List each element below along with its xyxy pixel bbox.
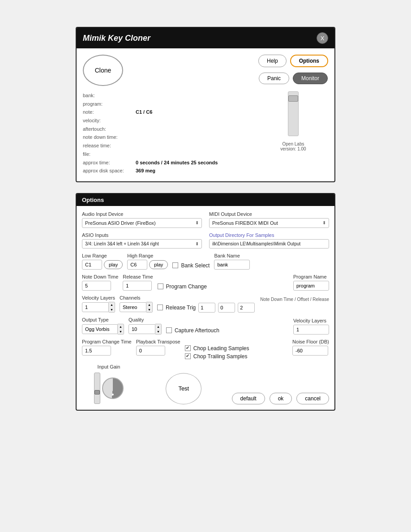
channels-up-arrow[interactable]: ▲ <box>146 302 152 307</box>
main-slider[interactable] <box>288 91 299 136</box>
ok-button[interactable]: ok <box>270 393 292 404</box>
bank-name-input[interactable] <box>214 260 250 270</box>
velocity-layers-right-input[interactable] <box>293 325 329 335</box>
release-time-label: release time: <box>83 142 132 150</box>
clone-button[interactable]: Clone <box>83 55 123 86</box>
release-trig-section: Note Down Time / Offset / Release Releas… <box>157 297 329 313</box>
aftertouch-label: aftertouch: <box>83 125 132 133</box>
input-gain-knob[interactable] <box>102 378 124 399</box>
high-range-label: High Range <box>127 253 168 258</box>
version-label: version: 1.00 <box>280 146 306 151</box>
note-row: note: C1 / C6 <box>83 108 251 116</box>
output-dir-label: Output Directory For Samples <box>209 232 329 238</box>
midi-output-arrow-icon: ⬍ <box>322 220 326 225</box>
asio-inputs-select[interactable]: 3/4: LineIn 3&4 left + LineIn 3&4 right … <box>82 239 202 249</box>
play1-button[interactable]: play <box>104 260 123 269</box>
velocity-layers-group: Velocity Layers ▲ ▼ <box>82 295 115 313</box>
low-range-group: Low Range play <box>82 253 123 270</box>
slider-thumb <box>288 95 298 102</box>
release-time-input[interactable] <box>123 281 152 291</box>
approx-disk-label: approx disk space: <box>83 167 132 175</box>
quality-up-arrow[interactable]: ▲ <box>155 324 161 329</box>
channels-spinner[interactable]: ▲ ▼ <box>146 302 153 313</box>
program-change-time-input[interactable] <box>82 346 111 356</box>
asio-inputs-label: ASIO Inputs <box>82 232 202 238</box>
output-type-spinner[interactable]: ▲ ▼ <box>118 324 124 335</box>
playback-transpose-label: Playback Transpose <box>136 339 180 344</box>
play2-button[interactable]: play <box>149 260 168 269</box>
high-range-group: High Range play <box>127 253 168 270</box>
chop-trailing-checkbox[interactable] <box>185 353 191 359</box>
output-type-down-arrow[interactable]: ▼ <box>118 329 124 334</box>
main-panel: Mimik Key Cloner X Clone bank: program: … <box>76 27 335 182</box>
capture-aftertouch-checkbox[interactable] <box>166 327 172 333</box>
quality-spinner[interactable]: ▲ ▼ <box>155 324 162 335</box>
options-title: Options <box>82 197 104 203</box>
noise-floor-group: Noise Floor (DB) <box>292 339 329 356</box>
channels-group: Channels ▲ ▼ <box>120 295 153 313</box>
program-label: program: <box>83 100 132 108</box>
bank-name-group: Bank Name <box>214 253 250 270</box>
close-button[interactable]: X <box>317 32 328 44</box>
program-row: program: <box>83 100 251 108</box>
quality-label: Quality <box>128 317 162 322</box>
release-time-options-label: Release Time <box>123 274 153 279</box>
cancel-button[interactable]: cancel <box>296 393 329 404</box>
test-button[interactable]: Test <box>166 373 201 404</box>
approx-time-label: approx time: <box>83 159 132 167</box>
approx-disk-value: 369 meg <box>136 167 155 175</box>
noise-floor-input[interactable] <box>292 346 328 356</box>
velocity-row: velocity: <box>83 116 251 125</box>
output-type-label: Output Type <box>82 317 124 322</box>
bank-select-checkbox[interactable] <box>172 262 178 268</box>
options-button[interactable]: Options <box>290 55 328 67</box>
velocity-layers-input[interactable] <box>82 302 109 312</box>
gain-slider-wrap <box>94 373 124 404</box>
velocity-up-arrow[interactable]: ▲ <box>109 302 115 307</box>
channels-input[interactable] <box>120 302 146 312</box>
monitor-button[interactable]: Monitor <box>293 73 328 84</box>
audio-input-select[interactable]: PreSonus ASIO Driver (FireBox) ⬍ <box>82 218 202 228</box>
noise-floor-label: Noise Floor (DB) <box>292 339 329 344</box>
note-label: note: <box>83 108 132 116</box>
velocity-layers-spinner[interactable]: ▲ ▼ <box>109 302 115 313</box>
release-trig-checkbox[interactable] <box>157 305 163 310</box>
offset-input[interactable] <box>218 303 235 313</box>
open-labs-label: Open Labs <box>280 142 306 146</box>
help-button[interactable]: Help <box>258 55 287 67</box>
chop-group: Chop Leading Samples Chop Trailing Sampl… <box>185 345 288 360</box>
program-change-checkbox[interactable] <box>158 283 163 289</box>
default-button[interactable]: default <box>232 393 265 404</box>
output-type-input[interactable] <box>82 324 118 334</box>
release-time-group: Release Time <box>123 274 153 291</box>
note-down-time-group: Note Down Time <box>82 274 118 291</box>
note-value: C1 / C6 <box>136 108 152 116</box>
output-type-group: Output Type ▲ ▼ <box>82 317 124 335</box>
input-gain-slider[interactable] <box>94 373 100 404</box>
quality-input[interactable] <box>128 324 155 334</box>
output-type-up-arrow[interactable]: ▲ <box>118 324 124 329</box>
asio-inputs-arrow-icon: ⬍ <box>195 241 199 246</box>
note-down-time-row: note down time: <box>83 133 251 142</box>
output-dir-input[interactable]: ilk\Dimension LE\Multisamples\Mimik Outp… <box>209 239 329 249</box>
approx-time-value: 0 seconds / 24 minutes 25 seconds <box>136 159 218 167</box>
note-down-time-input[interactable] <box>82 281 111 291</box>
program-name-input[interactable] <box>293 281 329 291</box>
quality-down-arrow[interactable]: ▼ <box>155 329 161 334</box>
panic-button[interactable]: Panic <box>259 73 289 84</box>
chop-leading-row: Chop Leading Samples <box>185 345 288 352</box>
low-range-input[interactable] <box>82 260 102 270</box>
high-range-input[interactable] <box>127 260 147 270</box>
playback-transpose-input[interactable] <box>136 346 165 356</box>
midi-output-select[interactable]: PreSonus FIREBOX MIDI Out ⬍ <box>209 218 329 228</box>
program-name-label: Program Name <box>293 274 329 279</box>
bank-select-label: Bank Select <box>181 262 210 269</box>
release-offset-input[interactable] <box>238 303 255 313</box>
chop-leading-checkbox[interactable] <box>185 345 191 351</box>
input-gain-section: Input Gain <box>82 364 136 404</box>
channels-down-arrow[interactable]: ▼ <box>146 307 152 312</box>
velocity-down-arrow[interactable]: ▼ <box>109 307 115 312</box>
release-trig-input[interactable] <box>198 303 215 313</box>
velocity-layers-right-label: Velocity Layers <box>293 318 329 323</box>
knob-dot <box>112 394 114 395</box>
